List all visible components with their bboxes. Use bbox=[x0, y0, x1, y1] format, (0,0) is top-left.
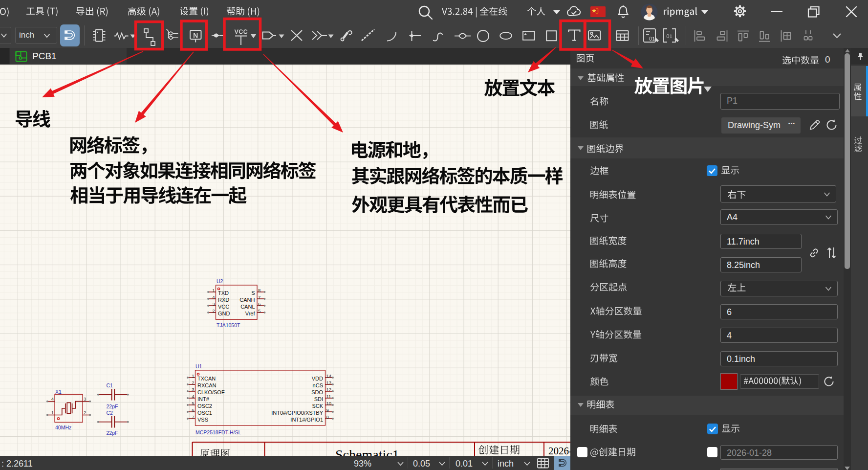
svg-text:Schematic1: Schematic1 bbox=[335, 447, 399, 456]
svg-text:4: 4 bbox=[192, 394, 194, 399]
svg-text:INT0#/GPIO0/XSTBY: INT0#/GPIO0/XSTBY bbox=[271, 410, 323, 416]
svg-text:U1: U1 bbox=[195, 363, 202, 369]
svg-text:9: 9 bbox=[326, 407, 329, 413]
svg-text:2026-01-28: 2026-01-28 bbox=[548, 445, 570, 456]
svg-text:CLKO/SOF: CLKO/SOF bbox=[197, 389, 225, 395]
svg-text:SCK: SCK bbox=[312, 403, 323, 409]
svg-text:13: 13 bbox=[326, 380, 332, 385]
svg-text:3: 3 bbox=[192, 387, 194, 392]
svg-text:nCS: nCS bbox=[313, 382, 323, 388]
svg-text:10: 10 bbox=[326, 401, 332, 406]
svg-text:VDD: VDD bbox=[312, 376, 323, 381]
svg-text:8: 8 bbox=[258, 288, 260, 293]
svg-text:1: 1 bbox=[51, 410, 54, 415]
svg-text:3: 3 bbox=[212, 301, 215, 307]
svg-text:Vref: Vref bbox=[245, 311, 256, 316]
svg-text:2: 2 bbox=[84, 410, 86, 415]
svg-text:2: 2 bbox=[212, 308, 215, 313]
svg-text:SDI: SDI bbox=[314, 396, 323, 402]
svg-text:INT#: INT# bbox=[197, 396, 210, 402]
svg-text:VCC: VCC bbox=[218, 304, 229, 310]
svg-text:GND: GND bbox=[218, 311, 230, 316]
svg-text:TXCAN: TXCAN bbox=[197, 376, 216, 381]
svg-text:22pF: 22pF bbox=[107, 430, 118, 436]
svg-text:1: 1 bbox=[192, 373, 194, 379]
svg-text:C1: C1 bbox=[107, 382, 113, 388]
svg-text:5: 5 bbox=[258, 308, 260, 313]
svg-text:4: 4 bbox=[51, 396, 54, 402]
svg-text:6: 6 bbox=[192, 407, 194, 413]
svg-text:VSS: VSS bbox=[197, 417, 208, 423]
svg-text:U2: U2 bbox=[217, 278, 223, 284]
svg-text:TJA1050T: TJA1050T bbox=[217, 322, 240, 328]
svg-text:SDO: SDO bbox=[311, 389, 323, 395]
svg-text:8: 8 bbox=[326, 414, 329, 420]
svg-text:2: 2 bbox=[192, 380, 194, 385]
svg-text:C2: C2 bbox=[107, 410, 113, 416]
svg-text:RXD: RXD bbox=[218, 297, 229, 303]
svg-text:S: S bbox=[251, 290, 255, 296]
svg-text:TXD: TXD bbox=[218, 290, 229, 296]
svg-text:OSC2: OSC2 bbox=[197, 403, 212, 409]
svg-text:1: 1 bbox=[212, 288, 215, 293]
svg-text:5: 5 bbox=[192, 401, 194, 406]
svg-text:22pF: 22pF bbox=[107, 403, 118, 409]
svg-text:CANH: CANH bbox=[239, 297, 255, 303]
svg-text:40MHz: 40MHz bbox=[55, 425, 71, 430]
svg-text:11: 11 bbox=[326, 394, 331, 399]
svg-text:RXCAN: RXCAN bbox=[197, 382, 217, 388]
svg-text:3: 3 bbox=[84, 396, 86, 402]
svg-text:7: 7 bbox=[192, 414, 194, 420]
svg-text:4: 4 bbox=[212, 294, 215, 300]
svg-text:OSC1: OSC1 bbox=[197, 410, 212, 416]
svg-text:7: 7 bbox=[258, 294, 260, 300]
svg-text:6: 6 bbox=[258, 301, 260, 307]
svg-text:X1: X1 bbox=[55, 389, 62, 395]
svg-text:MCP2518FDT-H/SL: MCP2518FDT-H/SL bbox=[195, 429, 241, 435]
svg-text:12: 12 bbox=[326, 387, 332, 392]
svg-text:INT1#/GPIO1: INT1#/GPIO1 bbox=[290, 417, 323, 423]
svg-text:CANL: CANL bbox=[240, 304, 255, 310]
svg-text:14: 14 bbox=[326, 373, 332, 379]
